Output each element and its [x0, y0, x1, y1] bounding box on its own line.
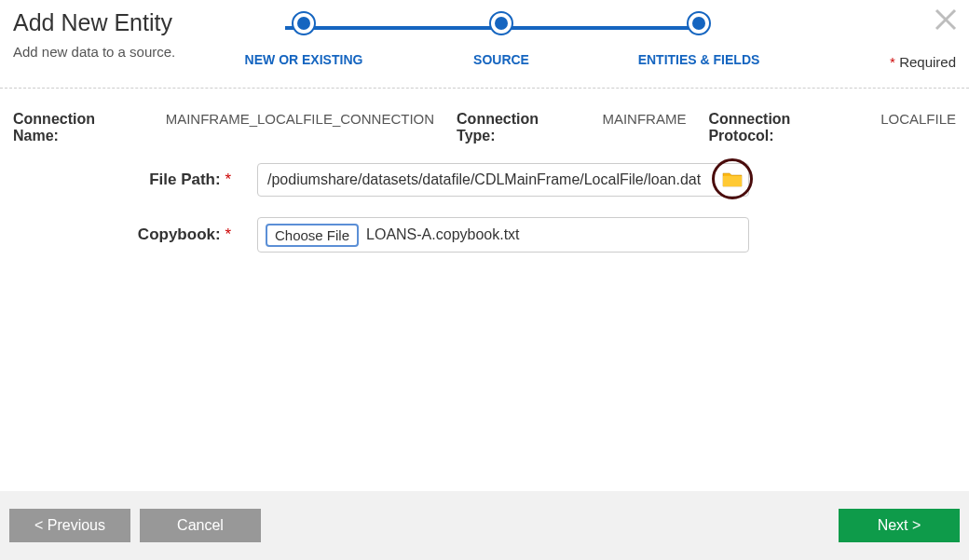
connection-type-value: MAINFRAME [602, 111, 686, 127]
connection-type-label: Connection Type: [457, 111, 580, 144]
connection-name-value: MAINFRAME_LOCALFILE_CONNECTION [166, 111, 434, 127]
close-button[interactable] [932, 6, 960, 37]
step-label: NEW OR EXISTING [245, 52, 363, 67]
connection-protocol-label: Connection Protocol: [708, 111, 858, 144]
connection-name-label: Connection Name: [13, 111, 143, 144]
choose-file-button[interactable]: Choose File [266, 224, 359, 247]
step-label: ENTITIES & FIELDS [638, 52, 760, 67]
step-new-or-existing[interactable]: NEW OR EXISTING [229, 11, 378, 67]
close-icon [932, 6, 960, 34]
folder-icon [722, 171, 743, 187]
filepath-label: File Path: * [0, 171, 239, 189]
footer-bar: < Previous Cancel Next > [0, 491, 969, 560]
cancel-button[interactable]: Cancel [140, 509, 261, 542]
connection-protocol-value: LOCALFILE [880, 111, 956, 127]
step-entities-fields[interactable]: ENTITIES & FIELDS [624, 11, 773, 67]
filepath-input[interactable] [257, 163, 749, 197]
copybook-file-picker[interactable]: Choose File LOANS-A.copybook.txt [257, 217, 749, 253]
previous-button[interactable]: < Previous [9, 509, 130, 542]
step-label: SOURCE [473, 52, 529, 67]
step-source[interactable]: SOURCE [427, 11, 576, 67]
wizard-stepper: NEW OR EXISTING SOURCE ENTITIES & FIELDS [229, 11, 773, 67]
copybook-label: Copybook: * [0, 225, 239, 244]
required-indicator: * Required [890, 54, 956, 70]
connection-info-row: Connection Name: MAINFRAME_LOCALFILE_CON… [0, 89, 969, 144]
browse-folder-button[interactable] [712, 158, 753, 199]
copybook-filename: LOANS-A.copybook.txt [366, 226, 520, 243]
next-button[interactable]: Next > [839, 509, 960, 542]
